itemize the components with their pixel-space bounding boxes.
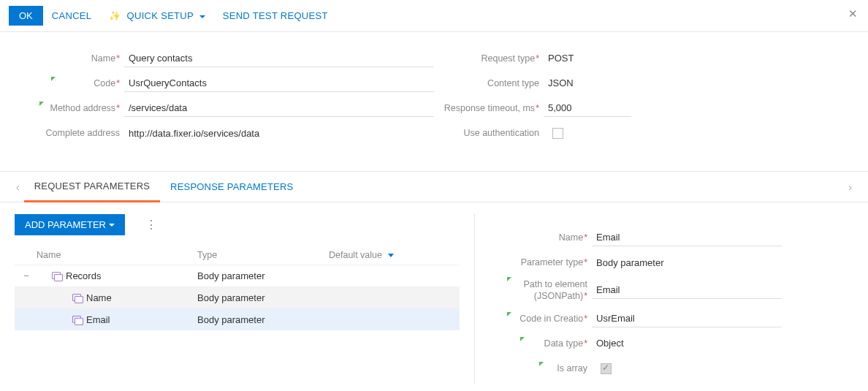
content-type-label: Content type bbox=[434, 78, 544, 88]
method-address-label: Method address bbox=[29, 103, 124, 113]
form-col-left: Name Code Method address Complete addres… bbox=[29, 50, 434, 149]
tabs-bar: ‹ REQUEST PARAMETERS RESPONSE PARAMETERS… bbox=[0, 171, 868, 202]
chevron-down-icon bbox=[388, 254, 394, 257]
detail-path-input[interactable] bbox=[592, 281, 782, 299]
row-type: Body parameter bbox=[197, 292, 329, 303]
cancel-button[interactable]: CANCEL bbox=[43, 6, 101, 26]
form-section: Name Code Method address Complete addres… bbox=[0, 32, 868, 171]
table-row[interactable]: Name Body parameter bbox=[15, 286, 460, 308]
quick-setup-label: QUICK SETUP bbox=[127, 10, 194, 21]
close-icon[interactable]: ✕ bbox=[848, 7, 858, 20]
add-parameter-label: ADD PARAMETER bbox=[25, 219, 106, 230]
changed-indicator-icon bbox=[51, 77, 56, 81]
object-icon bbox=[69, 294, 86, 303]
response-timeout-input[interactable] bbox=[544, 99, 631, 117]
tab-scroll-left[interactable]: ‹ bbox=[12, 174, 24, 200]
detail-code-input[interactable] bbox=[592, 310, 782, 327]
complete-address-value: http://data.fixer.io/services/data bbox=[124, 125, 434, 142]
collapse-icon[interactable]: − bbox=[19, 270, 34, 281]
content-type-value[interactable]: JSON bbox=[544, 75, 839, 92]
complete-address-label: Complete address bbox=[29, 128, 124, 138]
table-row[interactable]: Email Body parameter bbox=[15, 308, 460, 330]
detail-code-label: Code in Creatio bbox=[504, 314, 592, 324]
row-type: Body parameter bbox=[197, 314, 329, 325]
col-header-default[interactable]: Default value bbox=[329, 250, 460, 260]
code-label: Code bbox=[29, 78, 124, 88]
detail-name-label: Name bbox=[504, 232, 592, 243]
request-type-value[interactable]: POST bbox=[544, 50, 839, 67]
parameters-list-panel: ADD PARAMETER ⋮ Name Type Default value … bbox=[15, 214, 475, 384]
row-name: Name bbox=[86, 292, 112, 303]
parameters-area: ADD PARAMETER ⋮ Name Type Default value … bbox=[0, 202, 868, 391]
detail-datatype-value[interactable]: Object bbox=[592, 335, 782, 352]
changed-indicator-icon bbox=[539, 362, 544, 366]
form-col-right: Request type POST Content type JSON Resp… bbox=[434, 50, 839, 149]
send-test-request-button[interactable]: SEND TEST REQUEST bbox=[214, 6, 337, 26]
ok-button[interactable]: OK bbox=[9, 6, 43, 26]
method-address-input[interactable] bbox=[124, 99, 434, 117]
add-parameter-button[interactable]: ADD PARAMETER bbox=[15, 214, 125, 235]
tab-response-parameters[interactable]: RESPONSE PARAMETERS bbox=[160, 172, 303, 201]
col-header-name[interactable]: Name bbox=[15, 250, 197, 260]
detail-name-input[interactable] bbox=[592, 229, 782, 246]
tab-request-parameters[interactable]: REQUEST PARAMETERS bbox=[24, 172, 160, 202]
code-input[interactable] bbox=[124, 75, 434, 92]
detail-isarray-checkbox[interactable] bbox=[601, 363, 612, 374]
chevron-down-icon bbox=[199, 15, 205, 18]
object-icon bbox=[48, 272, 66, 281]
row-type: Body parameter bbox=[197, 270, 329, 281]
name-input[interactable] bbox=[124, 50, 434, 67]
detail-paramtype-value[interactable]: Body parameter bbox=[592, 254, 782, 271]
detail-path-label: Path to element (JSONPath) bbox=[504, 278, 592, 303]
row-name: Email bbox=[86, 314, 110, 325]
request-type-label: Request type bbox=[434, 53, 544, 64]
table-row[interactable]: − Records Body parameter bbox=[15, 265, 460, 286]
dialog-toolbar: OK CANCEL ✨ QUICK SETUP SEND TEST REQUES… bbox=[0, 0, 868, 32]
detail-datatype-label: Data type bbox=[504, 338, 592, 349]
use-authentication-checkbox[interactable] bbox=[552, 128, 563, 139]
changed-indicator-icon bbox=[507, 277, 511, 281]
response-timeout-label: Response timeout, ms bbox=[434, 103, 544, 113]
changed-indicator-icon bbox=[520, 337, 525, 341]
changed-indicator-icon bbox=[507, 312, 511, 316]
grid-header: Name Type Default value bbox=[15, 246, 460, 265]
wand-icon: ✨ bbox=[109, 10, 121, 21]
detail-isarray-label: Is array bbox=[504, 363, 592, 373]
object-icon bbox=[69, 316, 86, 324]
parameter-detail-panel: Name Parameter type Body parameter Path … bbox=[475, 214, 853, 384]
use-authentication-label: Use authentication bbox=[434, 128, 544, 138]
col-header-type[interactable]: Type bbox=[197, 250, 329, 260]
detail-paramtype-label: Parameter type bbox=[504, 257, 592, 267]
chevron-down-icon bbox=[109, 224, 115, 227]
name-label: Name bbox=[29, 53, 124, 64]
kebab-menu-icon[interactable]: ⋮ bbox=[145, 218, 156, 232]
quick-setup-button[interactable]: ✨ QUICK SETUP bbox=[100, 6, 213, 26]
tab-scroll-right[interactable]: › bbox=[844, 174, 856, 200]
changed-indicator-icon bbox=[39, 102, 44, 106]
row-name: Records bbox=[66, 270, 101, 281]
